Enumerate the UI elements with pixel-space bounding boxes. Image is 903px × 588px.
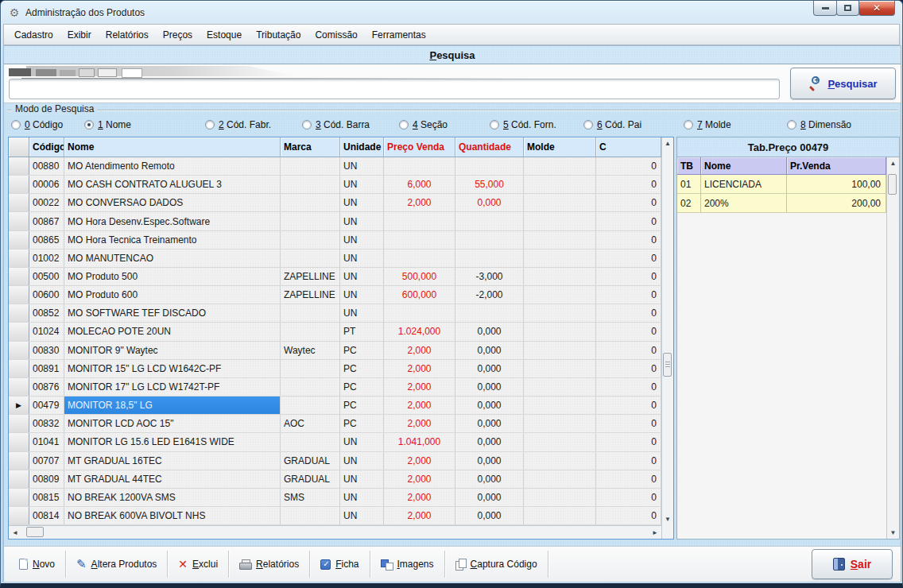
table-row[interactable]: 00880MO Atendimento RemotoUN0 [9, 157, 661, 176]
minimize-button[interactable] [813, 1, 837, 16]
radio-option-secao[interactable]: 4 Seção [399, 119, 448, 130]
price-scroll-up-icon[interactable]: ▲ [887, 157, 899, 169]
toolbar-button-novo[interactable]: Novo [10, 551, 64, 577]
price-header-cell-tb[interactable]: TB [677, 157, 701, 175]
cell-preco_venda: 2,000 [384, 378, 455, 396]
maximize-icon [844, 5, 851, 11]
table-row[interactable]: 00006MO CASH CONTRATO ALUGUEL 3UN6,00055… [9, 176, 661, 194]
cell-preco_venda: 2,000 [384, 489, 455, 506]
toolbar-button-imagens[interactable]: Imagens [372, 551, 443, 577]
header-cell-c[interactable]: C [596, 137, 661, 157]
radio-option-nome[interactable]: 1 Nome [84, 119, 131, 130]
search-input[interactable] [9, 79, 780, 99]
table-row[interactable]: 00814NO BREAK 600VA BIVOLT NHSUN2,0000,0… [9, 507, 661, 525]
table-row[interactable]: 01002MO MANUTENCAOUN0 [9, 250, 661, 268]
radio-option-molde[interactable]: 7 Molde [684, 119, 731, 130]
cell-unidade: UN [340, 157, 384, 175]
menu-item-tributacao[interactable]: Tributação [249, 25, 308, 44]
price-row[interactable]: 02200%200,00 [677, 194, 886, 213]
table-row[interactable]: 00500MO Produto 500ZAPELLINEUN500,000-3,… [9, 268, 661, 286]
scroll-down-icon[interactable]: ▼ [662, 513, 673, 525]
table-row[interactable]: 00809MT GRADUAL 44TECGRADUALUN2,0000,000… [9, 470, 661, 489]
header-cell-preco_venda[interactable]: Preço Venda [384, 137, 455, 157]
header-cell-quantidade[interactable]: Quantidade [455, 137, 524, 157]
scroll-up-icon[interactable]: ▲ [662, 137, 673, 149]
cell-unidade: UN [340, 231, 384, 249]
radio-option-dimensao[interactable]: 8 Dimensão [787, 119, 851, 130]
grid-vertical-scrollbar[interactable]: ▲ ▼ [661, 137, 673, 539]
cell-unidade: UN [340, 212, 384, 230]
table-row[interactable]: 01024MOLECAO POTE 20UNPT1.024,0000,0000 [9, 323, 661, 341]
close-button[interactable]: ✕ [858, 1, 895, 16]
price-header-cell-pr-venda[interactable]: Pr.Venda [787, 157, 886, 175]
cell-codigo: 01002 [29, 250, 64, 267]
radio-option-cod-fabr[interactable]: 2 Cód. Fabr. [205, 119, 271, 130]
cell-marca [281, 360, 340, 377]
table-row[interactable]: 00891MONITOR 15" LG LCD W1642C-PFPC2,000… [9, 360, 661, 378]
radio-option-codigo[interactable]: 0 Código [11, 119, 63, 130]
radio-dot [787, 120, 796, 130]
cell-marca [281, 397, 340, 414]
vertical-scroll-thumb[interactable] [663, 353, 672, 377]
toolbar-button-relatorios[interactable]: Relatórios [231, 551, 308, 577]
scroll-right-icon[interactable]: ► [649, 526, 661, 539]
toolbar-button-altera-produtos[interactable]: ✎Altera Produtos [68, 551, 165, 577]
app-window: ⚙ Administração dos Produtos ✕ CadastroE… [0, 0, 903, 588]
table-row[interactable]: 00832MONITOR LCD AOC 15"AOCPC2,0000,0000 [9, 415, 661, 433]
price-row[interactable]: 01LICENCIADA100,00 [677, 175, 886, 194]
table-row[interactable]: 00867MO Hora Desenv.Espec.SoftwareUN0 [9, 212, 661, 230]
cell-molde [524, 507, 596, 524]
maximize-button[interactable] [836, 1, 859, 16]
menu-item-ferramentas[interactable]: Ferramentas [365, 25, 433, 44]
table-row[interactable]: 00865MO Hora Tecnica TreinamentoUN0 [9, 231, 661, 250]
table-row[interactable]: 01041MONITOR LG 15.6 LED E1641S WIDEUN1.… [9, 433, 661, 451]
table-row[interactable]: ▶00479MONITOR 18,5" LGPC2,0000,0000 [9, 397, 661, 415]
price-scroll-track[interactable] [887, 169, 899, 527]
menu-item-precos[interactable]: Preços [156, 25, 200, 44]
scroll-left-icon[interactable]: ◄ [9, 526, 21, 539]
radio-option-cod-pai[interactable]: 6 Cód. Pai [583, 119, 641, 130]
price-scroll-thumb[interactable] [888, 174, 897, 195]
price-header-cell-nome[interactable]: Nome [701, 157, 787, 175]
pesquisar-button[interactable]: + Pesquisar [790, 68, 896, 99]
header-cell-codigo[interactable]: Código [29, 137, 64, 157]
price-vertical-scrollbar[interactable]: ▲ ▼ [886, 157, 899, 539]
row-indicator-cell [9, 286, 29, 304]
header-cell-unidade[interactable]: Unidade [340, 137, 384, 157]
table-row[interactable]: 00876MONITOR 17" LG LCD W1742T-PFPC2,000… [9, 378, 661, 397]
radio-option-cod-forn[interactable]: 5 Cód. Forn. [490, 119, 556, 130]
vertical-scroll-track[interactable] [662, 149, 673, 513]
table-row[interactable]: 00830MONITOR 9" WaytecWaytecPC2,0000,000… [9, 342, 661, 360]
toolbar-button-ficha[interactable]: Ficha [312, 551, 367, 577]
horizontal-scroll-thumb[interactable] [26, 527, 44, 537]
menu-item-cadastro[interactable]: Cadastro [7, 25, 60, 44]
header-cell-nome[interactable]: Nome [64, 137, 281, 157]
cell-c: 0 [596, 470, 661, 488]
titlebar[interactable]: ⚙ Administração dos Produtos [1, 1, 902, 24]
price-scroll-down-icon[interactable]: ▼ [887, 527, 899, 539]
price-cell-nome: 200% [701, 194, 787, 213]
menu-item-estoque[interactable]: Estoque [200, 25, 249, 44]
table-row[interactable]: 00022MO CONVERSAO DADOSUN2,0000,0000 [9, 194, 661, 212]
horizontal-scrollbar[interactable]: ◄ ► [9, 525, 661, 539]
cell-codigo: 00891 [29, 360, 64, 377]
cell-nome: MO Atendimento Remoto [64, 157, 281, 175]
table-row[interactable]: 00600MO Produto 600ZAPELLINEUN600,000-2,… [9, 286, 661, 304]
horizontal-scroll-track[interactable] [21, 526, 649, 539]
sair-button[interactable]: Sair [812, 549, 893, 579]
menu-item-comissao[interactable]: Comissão [308, 25, 364, 44]
search-mode-group-label: Modo de Pesquisa [12, 103, 97, 114]
toolbar-button-captura-codigo[interactable]: Captura Código [447, 551, 546, 577]
radio-dot [399, 120, 409, 130]
cell-molde [524, 452, 596, 470]
table-row[interactable]: 00815NO BREAK 1200VA SMSSMSUN2,0000,0000 [9, 489, 661, 507]
menu-item-relatorios[interactable]: Relatórios [99, 25, 156, 44]
cell-codigo: 01024 [29, 323, 64, 340]
table-row[interactable]: 00707MT GRADUAL 16TECGRADUALUN2,0000,000… [9, 452, 661, 470]
header-cell-molde[interactable]: Molde [524, 137, 596, 157]
toolbar-button-exclui[interactable]: ✕Exclui [169, 551, 227, 577]
header-cell-marca[interactable]: Marca [281, 137, 340, 157]
radio-option-cod-barra[interactable]: 3 Cód. Barra [302, 119, 370, 130]
table-row[interactable]: 00852MO SOFTWARE TEF DISCADOUN0 [9, 304, 661, 323]
menu-item-exibir[interactable]: Exibir [60, 25, 99, 44]
